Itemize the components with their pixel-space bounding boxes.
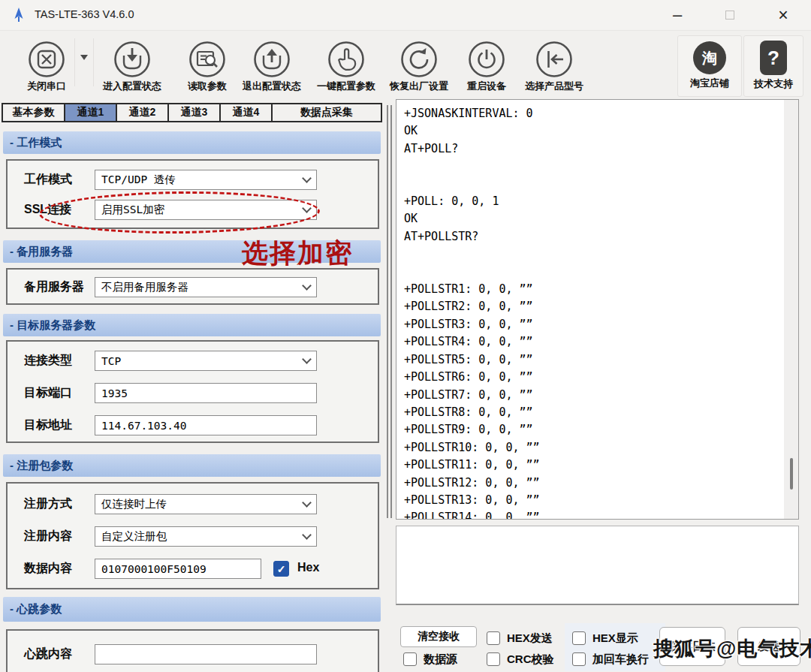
select-model-button[interactable]: 选择产品型号 <box>517 40 592 93</box>
close-button[interactable]: × <box>763 0 803 30</box>
window-title: TAS-LTE-363 V4.6.0 <box>35 8 134 20</box>
data-content-label: 数据内容 <box>24 561 72 577</box>
section-header-work-mode[interactable]: - 工作模式 <box>3 131 381 154</box>
crc-check-checkbox[interactable] <box>487 652 500 666</box>
serial-port-dropdown[interactable] <box>74 38 94 86</box>
backup-server-label: 备用服务器 <box>24 279 84 295</box>
ssl-select[interactable]: 启用SSL加密 <box>95 200 317 220</box>
append-crlf-label: 加回车换行 <box>592 652 649 667</box>
hex-display-label: HEX显示 <box>592 631 638 646</box>
target-addr-label: 目标地址 <box>24 417 72 433</box>
tab-basic-params[interactable]: 基本参数 <box>2 103 65 122</box>
tech-support-button[interactable]: ? 技术支持 <box>743 35 803 97</box>
section-header-heartbeat[interactable]: - 心跳参数 <box>3 597 381 622</box>
close-serial-icon <box>27 40 66 79</box>
heartbeat-content-label: 心跳内容 <box>24 646 72 662</box>
factory-reset-icon <box>399 40 439 79</box>
section-header-register-packet[interactable]: - 注册包参数 <box>3 454 381 477</box>
backup-server-select[interactable]: 不启用备用服务器 <box>95 277 317 297</box>
exit-config-icon <box>252 40 291 79</box>
tab-channel-1[interactable]: 通道1 <box>64 103 117 122</box>
read-params-icon <box>188 40 227 79</box>
conn-type-label: 连接类型 <box>24 353 72 369</box>
toolbar: 关闭串口 进入配置状态 读取参数 <box>0 30 811 101</box>
enter-config-icon <box>113 40 152 79</box>
title-bar: TAS-LTE-363 V4.6.0 – × <box>0 0 811 30</box>
target-addr-input[interactable] <box>95 415 317 435</box>
ssl-label: SSL连接 <box>24 202 71 218</box>
register-content-label: 注册内容 <box>24 529 72 544</box>
data-source-checkbox[interactable] <box>403 652 417 666</box>
group-register-packet: 注册方式 仅连接时上传 注册内容 自定义注册包 数据内容 ✓ Hex <box>6 482 379 589</box>
register-content-select[interactable]: 自定义注册包 <box>95 526 317 547</box>
chevron-down-icon <box>302 203 312 213</box>
heartbeat-content-input[interactable] <box>95 644 317 664</box>
chevron-down-icon <box>302 173 312 183</box>
hex-checkbox-label: Hex <box>297 561 319 574</box>
factory-reset-button[interactable]: 恢复出厂设置 <box>381 40 457 93</box>
restart-device-icon <box>467 40 506 79</box>
chevron-down-icon <box>302 498 312 508</box>
register-mode-label: 注册方式 <box>24 496 72 512</box>
question-mark-icon: ? <box>760 41 787 75</box>
enter-config-button[interactable]: 进入配置状态 <box>95 40 170 93</box>
hex-send-label: HEX发送 <box>507 631 553 646</box>
taobao-icon: 淘 <box>693 41 726 74</box>
close-serial-button[interactable]: 关闭串口 <box>9 40 84 93</box>
group-backup-server: 备用服务器 不启用备用服务器 <box>6 268 379 305</box>
taobao-shop-button[interactable]: 淘 淘宝店铺 <box>677 35 742 97</box>
chevron-down-icon <box>302 354 312 364</box>
minimize-button[interactable]: – <box>660 0 695 30</box>
data-source-label: 数据源 <box>424 652 457 667</box>
conn-type-select[interactable]: TCP <box>95 351 317 371</box>
tab-channel-3[interactable]: 通道3 <box>167 103 221 122</box>
receive-log-area[interactable]: +JSONASKINTERVAL: 0 OK AT+POLL? +POLL: 0… <box>396 99 799 520</box>
watermark-text: 搜狐号@电气技术 <box>653 635 811 662</box>
tab-data-collect[interactable]: 数据点采集 <box>271 103 382 122</box>
chevron-down-icon <box>302 530 312 540</box>
crc-check-label: CRC校验 <box>507 652 554 667</box>
data-content-input[interactable] <box>95 559 261 579</box>
hex-display-checkbox[interactable] <box>572 631 586 645</box>
annotation-callout-text: 选择加密 <box>242 236 353 271</box>
terminal-scrollbar[interactable] <box>784 100 798 519</box>
clear-receive-button[interactable]: 清空接收 <box>400 626 477 647</box>
target-port-label: 目标端口 <box>24 385 72 401</box>
section-header-target-server[interactable]: - 目标服务器参数 <box>3 314 381 336</box>
send-input[interactable] <box>396 526 799 605</box>
target-port-input[interactable] <box>95 383 317 403</box>
group-target-server: 连接类型 TCP 目标端口 目标地址 <box>6 340 379 443</box>
work-mode-select[interactable]: TCP/UDP 透传 <box>95 170 317 190</box>
append-crlf-checkbox[interactable] <box>572 652 586 666</box>
group-heartbeat: 心跳内容 <box>6 629 379 672</box>
terminal-scrollbar-thumb[interactable] <box>790 458 793 490</box>
tab-channel-2[interactable]: 通道2 <box>116 103 169 122</box>
maximize-icon <box>725 11 734 20</box>
tab-channel-4[interactable]: 通道4 <box>219 103 273 122</box>
maximize-button[interactable] <box>713 0 747 30</box>
exit-config-button[interactable]: 退出配置状态 <box>234 40 309 93</box>
splitter-handle[interactable] <box>387 105 392 518</box>
register-mode-select[interactable]: 仅连接时上传 <box>95 494 317 514</box>
read-params-button[interactable]: 读取参数 <box>170 40 245 93</box>
group-work-mode: 工作模式 TCP/UDP 透传 SSL连接 启用SSL加密 <box>6 159 379 229</box>
one-key-config-button[interactable]: 一键配置参数 <box>309 40 384 93</box>
work-mode-label: 工作模式 <box>24 172 72 188</box>
one-key-config-icon <box>327 40 366 79</box>
select-model-icon <box>535 40 574 79</box>
chevron-down-icon <box>80 55 88 60</box>
terminal-output: +JSONASKINTERVAL: 0 OK AT+POLL? +POLL: 0… <box>404 105 791 520</box>
app-window: TAS-LTE-363 V4.6.0 – × 关闭串口 进入配置状态 <box>0 0 811 672</box>
hex-checkbox[interactable]: ✓ <box>273 561 289 577</box>
app-logo-icon <box>11 7 27 26</box>
chevron-down-icon <box>302 281 312 291</box>
restart-device-button[interactable]: 重启设备 <box>449 40 524 93</box>
hex-send-checkbox[interactable] <box>487 631 500 645</box>
